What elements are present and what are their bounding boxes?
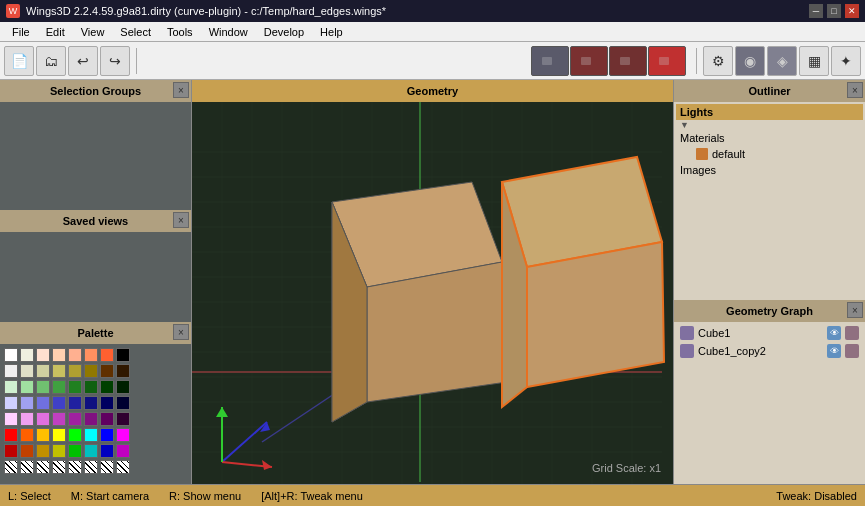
color-swatch-3-3[interactable] <box>52 396 66 410</box>
outliner-item-default[interactable]: default <box>676 146 863 162</box>
color-swatch-0-4[interactable] <box>68 348 82 362</box>
menu-item-develop[interactable]: Develop <box>256 24 312 40</box>
menu-item-select[interactable]: Select <box>112 24 159 40</box>
outliner-item-materials[interactable]: Materials <box>676 130 863 146</box>
color-swatch-2-5[interactable] <box>84 380 98 394</box>
new-button[interactable]: 📄 <box>4 46 34 76</box>
geo-row-cube1_copy2[interactable]: Cube1_copy2 👁 <box>676 342 863 360</box>
color-swatch-0-6[interactable] <box>100 348 114 362</box>
color-swatch-0-3[interactable] <box>52 348 66 362</box>
color-swatch-0-5[interactable] <box>84 348 98 362</box>
color-swatch-0-0[interactable] <box>4 348 18 362</box>
color-swatch-2-3[interactable] <box>52 380 66 394</box>
menu-item-window[interactable]: Window <box>201 24 256 40</box>
menu-item-tools[interactable]: Tools <box>159 24 201 40</box>
color-swatch-3-0[interactable] <box>4 396 18 410</box>
geo-graph-close[interactable]: × <box>847 302 863 318</box>
color-swatch-5-5[interactable] <box>84 428 98 442</box>
color-swatch-7-1[interactable] <box>20 460 34 474</box>
color-swatch-2-7[interactable] <box>116 380 130 394</box>
color-swatch-1-2[interactable] <box>36 364 50 378</box>
color-swatch-5-3[interactable] <box>52 428 66 442</box>
outliner-close[interactable]: × <box>847 82 863 98</box>
shading-button[interactable]: ◈ <box>767 46 797 76</box>
geo-eye-cube1_copy2[interactable]: 👁 <box>827 344 841 358</box>
color-swatch-2-0[interactable] <box>4 380 18 394</box>
color-swatch-1-7[interactable] <box>116 364 130 378</box>
redo-button[interactable]: ↪ <box>100 46 130 76</box>
geo-row-cube1[interactable]: Cube1 👁 <box>676 324 863 342</box>
color-swatch-1-1[interactable] <box>20 364 34 378</box>
geo-lock-cube1_copy2[interactable] <box>845 344 859 358</box>
color-swatch-0-2[interactable] <box>36 348 50 362</box>
color-swatch-6-7[interactable] <box>116 444 130 458</box>
color-swatch-3-6[interactable] <box>100 396 114 410</box>
color-swatch-4-3[interactable] <box>52 412 66 426</box>
geo-lock-cube1[interactable] <box>845 326 859 340</box>
color-swatch-5-0[interactable] <box>4 428 18 442</box>
undo-button[interactable]: ↩ <box>68 46 98 76</box>
minimize-button[interactable]: ─ <box>809 4 823 18</box>
color-swatch-7-6[interactable] <box>100 460 114 474</box>
close-button[interactable]: ✕ <box>845 4 859 18</box>
color-swatch-4-6[interactable] <box>100 412 114 426</box>
color-swatch-6-2[interactable] <box>36 444 50 458</box>
open-button[interactable]: 🗂 <box>36 46 66 76</box>
color-swatch-1-4[interactable] <box>68 364 82 378</box>
color-swatch-7-7[interactable] <box>116 460 130 474</box>
color-swatch-1-3[interactable] <box>52 364 66 378</box>
color-swatch-3-4[interactable] <box>68 396 82 410</box>
color-swatch-6-4[interactable] <box>68 444 82 458</box>
color-swatch-5-2[interactable] <box>36 428 50 442</box>
color-swatch-5-1[interactable] <box>20 428 34 442</box>
viewport-btn-front[interactable] <box>570 46 608 76</box>
color-swatch-1-5[interactable] <box>84 364 98 378</box>
color-swatch-3-1[interactable] <box>20 396 34 410</box>
color-swatch-6-1[interactable] <box>20 444 34 458</box>
color-swatch-7-4[interactable] <box>68 460 82 474</box>
color-swatch-2-2[interactable] <box>36 380 50 394</box>
color-swatch-7-5[interactable] <box>84 460 98 474</box>
settings-button[interactable]: ⚙ <box>703 46 733 76</box>
color-swatch-3-5[interactable] <box>84 396 98 410</box>
color-swatch-1-6[interactable] <box>100 364 114 378</box>
color-swatch-7-0[interactable] <box>4 460 18 474</box>
color-swatch-7-3[interactable] <box>52 460 66 474</box>
menu-item-view[interactable]: View <box>73 24 113 40</box>
color-swatch-3-7[interactable] <box>116 396 130 410</box>
color-swatch-3-2[interactable] <box>36 396 50 410</box>
color-swatch-7-2[interactable] <box>36 460 50 474</box>
maximize-button[interactable]: □ <box>827 4 841 18</box>
color-swatch-4-5[interactable] <box>84 412 98 426</box>
outliner-item-images[interactable]: Images <box>676 162 863 178</box>
menu-item-edit[interactable]: Edit <box>38 24 73 40</box>
color-swatch-6-0[interactable] <box>4 444 18 458</box>
mode-button[interactable]: ◉ <box>735 46 765 76</box>
outliner-item-lights[interactable]: Lights <box>676 104 863 120</box>
color-swatch-4-0[interactable] <box>4 412 18 426</box>
color-swatch-4-2[interactable] <box>36 412 50 426</box>
color-swatch-5-4[interactable] <box>68 428 82 442</box>
color-swatch-5-6[interactable] <box>100 428 114 442</box>
color-swatch-4-7[interactable] <box>116 412 130 426</box>
color-swatch-2-4[interactable] <box>68 380 82 394</box>
color-swatch-2-6[interactable] <box>100 380 114 394</box>
menu-item-help[interactable]: Help <box>312 24 351 40</box>
viewport-btn-perspective[interactable] <box>531 46 569 76</box>
color-swatch-0-7[interactable] <box>116 348 130 362</box>
saved-views-close[interactable]: × <box>173 212 189 228</box>
color-swatch-4-1[interactable] <box>20 412 34 426</box>
selection-groups-close[interactable]: × <box>173 82 189 98</box>
palette-close[interactable]: × <box>173 324 189 340</box>
menu-item-file[interactable]: File <box>4 24 38 40</box>
color-swatch-1-0[interactable] <box>4 364 18 378</box>
viewport-btn-top[interactable] <box>648 46 686 76</box>
color-swatch-4-4[interactable] <box>68 412 82 426</box>
color-swatch-6-6[interactable] <box>100 444 114 458</box>
color-swatch-6-3[interactable] <box>52 444 66 458</box>
viewport-btn-right[interactable] <box>609 46 647 76</box>
axes-button[interactable]: ✦ <box>831 46 861 76</box>
color-swatch-2-1[interactable] <box>20 380 34 394</box>
texture-button[interactable]: ▦ <box>799 46 829 76</box>
geo-eye-cube1[interactable]: 👁 <box>827 326 841 340</box>
